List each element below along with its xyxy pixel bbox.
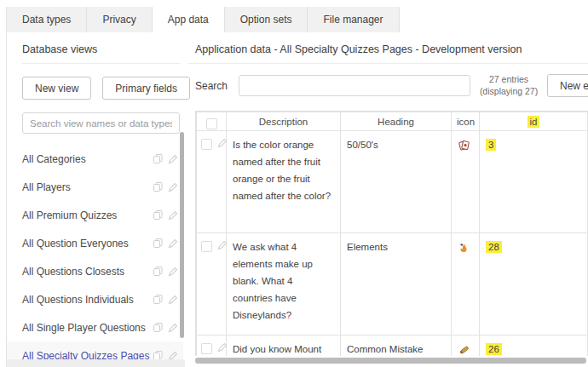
view-item-all-premium-quizzes[interactable]: All Premium Quizzes xyxy=(7,201,183,229)
app-data-editor: Data types Privacy App data Option sets … xyxy=(6,7,588,367)
edit-view-icon[interactable] xyxy=(168,154,178,164)
view-item-all-questions-closests[interactable]: All Questions Closests xyxy=(7,257,183,285)
duplicate-view-icon[interactable] xyxy=(153,294,164,305)
entries-table: Description Heading icon id Is the color… xyxy=(196,112,588,356)
row-checkbox[interactable] xyxy=(201,139,212,150)
cell-icon[interactable] xyxy=(452,131,480,233)
cell-icon[interactable] xyxy=(452,335,480,357)
select-all-checkbox[interactable] xyxy=(206,118,217,129)
view-item-all-single-player-questions[interactable]: All Single Player Questions xyxy=(7,313,183,341)
view-item-label: All Questions Closests xyxy=(22,266,124,278)
playing-cards-icon xyxy=(458,140,470,152)
cell-icon[interactable] xyxy=(452,233,480,335)
sidebar-title: Database views xyxy=(22,32,180,55)
tab-data-types[interactable]: Data types xyxy=(7,7,87,32)
new-entry-button[interactable]: New entry xyxy=(547,74,588,97)
edit-view-icon[interactable] xyxy=(168,323,178,333)
edit-view-icon[interactable] xyxy=(168,295,178,305)
duplicate-view-icon[interactable] xyxy=(153,238,164,249)
edit-row-icon[interactable] xyxy=(217,138,228,148)
tab-option-sets[interactable]: Option sets xyxy=(225,7,308,32)
view-item-label: All Single Player Questions xyxy=(22,322,146,334)
cell-id[interactable]: 3 xyxy=(480,131,588,233)
database-views-sidebar: Database views New view Primary fields A… xyxy=(7,32,188,367)
duplicate-view-icon[interactable] xyxy=(153,209,164,221)
column-header-heading[interactable]: Heading xyxy=(341,112,452,131)
view-item-label: All Players xyxy=(22,181,71,193)
edit-row-icon[interactable] xyxy=(217,342,228,353)
view-search-input[interactable] xyxy=(22,112,180,134)
app-data-panel: Application data - All Specialty Quizzes… xyxy=(188,32,588,367)
view-list: All Categories All Players All Premium Q… xyxy=(22,145,180,367)
id-highlight: 28 xyxy=(486,241,502,253)
duplicate-view-icon[interactable] xyxy=(153,153,164,164)
entries-count: 27 entries (displaying 27) xyxy=(470,74,547,97)
tab-label: Option sets xyxy=(240,14,292,26)
sidebar-vertical-scrollbar[interactable] xyxy=(180,132,184,338)
cell-description[interactable]: Is the color orange named after the frui… xyxy=(227,131,341,233)
column-header-id[interactable]: id xyxy=(480,112,588,131)
cell-heading[interactable]: 50/50's xyxy=(341,131,452,233)
view-item-all-question-everyones[interactable]: All Question Everyones xyxy=(7,229,183,257)
view-item-all-categories[interactable]: All Categories xyxy=(7,145,183,173)
tab-privacy[interactable]: Privacy xyxy=(87,7,152,32)
entries-table-wrap: Description Heading icon id Is the color… xyxy=(195,111,588,356)
column-header-icon[interactable]: icon xyxy=(452,112,480,131)
id-header-highlight: id xyxy=(527,116,540,128)
id-highlight: 26 xyxy=(486,343,502,355)
tab-label: Data types xyxy=(22,14,71,26)
view-item-all-questions-individuals[interactable]: All Questions Individuals xyxy=(7,285,183,313)
primary-fields-button[interactable]: Primary fields xyxy=(102,77,190,100)
table-row: Is the color orange named after the frui… xyxy=(197,131,588,233)
sidebar-bottom-strip xyxy=(7,359,185,367)
view-item-all-players[interactable]: All Players xyxy=(7,173,183,201)
entries-count-line2: (displaying 27) xyxy=(480,86,538,96)
entries-search-input[interactable] xyxy=(239,75,470,96)
table-row: Did you know Mount Everest is not the ta… xyxy=(197,335,588,357)
view-item-label: All Premium Quizzes xyxy=(22,209,117,221)
cell-heading[interactable]: Common Mistake xyxy=(341,335,452,357)
cell-description[interactable]: We ask what 4 elements make up blank. Wh… xyxy=(227,233,341,335)
view-item-label: All Question Everyones xyxy=(22,238,129,249)
edit-view-icon[interactable] xyxy=(168,267,178,277)
entries-count-line1: 27 entries xyxy=(489,74,528,84)
page-title: Application data - All Specialty Quizzes… xyxy=(188,32,588,55)
tab-label: Privacy xyxy=(102,14,135,26)
search-label: Search xyxy=(195,80,228,92)
sidebar-divider xyxy=(22,63,180,64)
table-row: We ask what 4 elements make up blank. Wh… xyxy=(197,233,588,335)
cell-description[interactable]: Did you know Mount Everest is not the ta… xyxy=(227,335,341,357)
edit-row-icon[interactable] xyxy=(217,240,228,250)
duplicate-view-icon[interactable] xyxy=(153,266,164,277)
edit-view-icon[interactable] xyxy=(168,182,178,192)
edit-view-icon[interactable] xyxy=(168,210,178,221)
new-view-button[interactable]: New view xyxy=(22,77,91,100)
tab-app-data[interactable]: App data xyxy=(153,7,225,32)
duplicate-view-icon[interactable] xyxy=(153,322,164,333)
main-divider xyxy=(188,63,588,64)
top-tab-bar: Data types Privacy App data Option sets … xyxy=(7,7,588,32)
column-header-description[interactable]: Description xyxy=(227,112,341,131)
pencil-icon xyxy=(458,344,470,356)
duplicate-view-icon[interactable] xyxy=(153,181,164,192)
flame-icon xyxy=(458,242,470,254)
view-item-label: All Questions Individuals xyxy=(22,294,134,306)
row-checkbox[interactable] xyxy=(201,343,212,354)
table-toolbar: Search 27 entries (displaying 27) New en… xyxy=(195,74,588,97)
tab-label: File manager xyxy=(323,14,383,26)
tab-file-manager[interactable]: File manager xyxy=(308,7,399,32)
cell-heading[interactable]: Elements xyxy=(341,233,452,335)
id-highlight: 3 xyxy=(486,139,496,151)
table-horizontal-scrollbar[interactable] xyxy=(195,358,586,364)
table-header-row: Description Heading icon id xyxy=(197,112,588,131)
cell-id[interactable]: 26 xyxy=(480,335,588,357)
cell-id[interactable]: 28 xyxy=(480,233,588,335)
row-checkbox[interactable] xyxy=(201,241,212,252)
tab-label: App data xyxy=(168,14,209,26)
view-item-label: All Categories xyxy=(22,153,86,165)
edit-view-icon[interactable] xyxy=(168,238,178,249)
